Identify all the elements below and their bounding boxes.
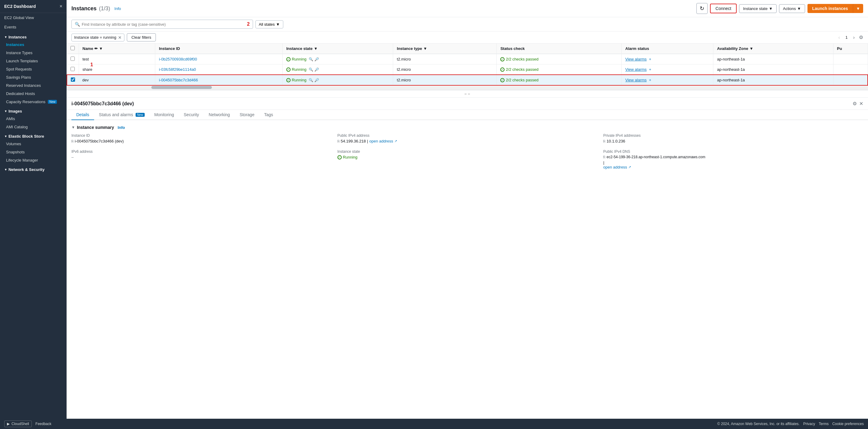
row-share-id-link[interactable]: i-03fc58f29be1114a0 [159,67,196,72]
launch-instances-button[interactable]: Launch instances [807,4,853,13]
row-share-alarm-add-icon[interactable]: + [649,67,651,72]
feedback-button[interactable]: Feedback [35,422,52,426]
info-link[interactable]: Info [115,6,121,11]
row-test-id-link[interactable]: i-0b25700938cd69f00 [159,57,197,61]
all-states-button[interactable]: All states ▼ [255,20,283,28]
row-dev-state-label: Running [292,78,306,82]
sidebar-section-network[interactable]: ▼ Network & Security [0,164,67,173]
tab-networking[interactable]: Networking [204,110,235,120]
sidebar-item-amis[interactable]: AMIs [0,115,67,123]
row-dev-id-link[interactable]: i-0045075bbc7c3d466 [159,78,198,82]
connect-button[interactable]: Connect [710,4,737,13]
row-share-alarm-link[interactable]: View alarms [625,67,647,72]
instance-summary-info-link[interactable]: Info [118,125,125,130]
zoom-out-icon-share[interactable]: 🔎 [314,67,319,72]
sidebar-item-savings-plans[interactable]: Savings Plans [0,73,67,81]
az-sort-icon[interactable]: ▼ [749,46,753,51]
horizontal-scrollbar[interactable] [67,86,868,90]
actions-button[interactable]: Actions ▼ [779,4,805,13]
instance-state-button[interactable]: Instance state ▼ [739,4,777,13]
tab-tags-label: Tags [264,112,273,117]
row-test-alarm-link[interactable]: View alarms [625,57,647,61]
table-settings-icon[interactable]: ⚙ [859,34,863,40]
tab-security[interactable]: Security [179,110,204,120]
sidebar-section-images[interactable]: ▼ Images [0,106,67,115]
drag-handle[interactable]: = = [67,91,868,98]
sidebar-item-launch-templates[interactable]: Launch Templates [0,57,67,65]
row-dev-alarm-add-icon[interactable]: + [649,78,651,82]
tab-monitoring[interactable]: Monitoring [150,110,179,120]
copy-public-ipv4-icon[interactable]: ⎘ [337,139,340,143]
copy-private-ipv4-icon[interactable]: ⎘ [603,139,605,143]
sidebar-close-button[interactable]: × [60,4,62,9]
sidebar-item-capacity-reservations[interactable]: Capacity Reservations New [0,98,67,106]
zoom-in-icon-share[interactable]: 🔍 [309,67,313,72]
instance-state-arrow-icon: ▼ [769,6,773,11]
zoom-in-icon[interactable]: 🔍 [309,57,313,61]
open-address-link[interactable]: open address ↗ [369,139,397,143]
cookie-preferences-link[interactable]: Cookie preferences [832,422,864,426]
refresh-button[interactable]: ↻ [696,3,708,14]
drag-handle-icon: = = [465,92,470,96]
row-dev-checkbox[interactable] [71,77,75,82]
zoom-out-icon[interactable]: 🔎 [314,57,319,61]
filter-tag-running: Instance state = running ✕ [71,34,124,41]
page-prev-button[interactable]: ‹ [837,34,842,41]
page-next-button[interactable]: › [851,34,857,41]
sidebar-item-snapshots[interactable]: Snapshots [0,148,67,156]
copy-dns-icon[interactable]: ⎘ [603,155,605,159]
detail-settings-button[interactable]: ⚙ [852,101,857,106]
row-test-alarm-add-icon[interactable]: + [649,57,651,61]
sidebar-item-instances[interactable]: Instances [0,40,67,49]
name-sort-icon[interactable]: ▼ [99,46,103,51]
scroll-thumb[interactable] [151,86,212,89]
row-test-status: 2/2 checks passed [497,54,622,64]
sidebar-item-volumes[interactable]: Volumes [0,140,67,148]
zoom-in-icon-dev[interactable]: 🔍 [309,78,313,82]
filter-tag-remove-button[interactable]: ✕ [118,35,122,40]
sidebar-item-dedicated-hosts[interactable]: Dedicated Hosts [0,90,67,98]
sidebar-item-instance-types[interactable]: Instance Types [0,49,67,57]
tab-details[interactable]: Details [71,110,94,120]
row-test-checkbox-cell [67,54,79,64]
open-dns-label: open address [603,165,627,169]
select-all-checkbox[interactable] [70,46,75,50]
open-dns-link[interactable]: open address ↗ [603,165,631,169]
search-input[interactable] [82,22,247,27]
zoom-out-icon-dev[interactable]: 🔎 [314,78,319,82]
sidebar-item-spot-requests[interactable]: Spot Requests [0,65,67,73]
row-test-checkbox[interactable] [70,57,75,61]
table-row[interactable]: share 1 i-03fc58f29be1114a0 Running [67,64,868,75]
row-dev-state: Running 🔍 🔎 [282,75,393,85]
sidebar-item-ami-catalog[interactable]: AMI Catalog [0,123,67,131]
copy-instance-id-icon[interactable]: ⎘ [71,139,73,143]
th-instance-state: Instance state ▼ [282,43,393,54]
privacy-link[interactable]: Privacy [803,422,815,426]
row-test-state-label: Running [292,57,306,61]
name-edit-icon[interactable]: ✏ [94,46,98,51]
terms-link[interactable]: Terms [819,422,829,426]
section-toggle-icon[interactable]: ▼ [71,125,75,130]
sidebar-section-ebs[interactable]: ▼ Elastic Block Store [0,131,67,140]
tab-storage[interactable]: Storage [235,110,259,120]
sidebar-item-events[interactable]: Events [0,22,67,32]
row-dev-name: dev [79,75,155,85]
type-sort-icon[interactable]: ▼ [423,46,427,51]
clear-filters-button[interactable]: Clear filters [127,33,156,41]
sidebar-item-lifecycle-manager[interactable]: Lifecycle Manager [0,156,67,164]
table-row[interactable]: dev i-0045075bbc7c3d466 Running 🔍 [67,75,868,85]
tab-status-alarms[interactable]: Status and alarms New [94,110,150,120]
row-share-checkbox[interactable] [70,67,75,71]
detail-close-button[interactable]: ✕ [859,101,863,106]
status-alarms-badge: New [135,113,145,117]
tab-tags[interactable]: Tags [259,110,278,120]
cloudshell-button[interactable]: ▶ CloudShell [4,421,32,427]
sidebar-item-ec2-global-view[interactable]: EC2 Global View [0,13,67,22]
sidebar-section-instances[interactable]: ▼ Instances [0,32,67,40]
sidebar-item-reserved-instances[interactable]: Reserved Instances [0,81,67,90]
launch-instances-dropdown-button[interactable]: ▼ [853,4,863,13]
row-dev-alarm-link[interactable]: View alarms [625,78,647,82]
table-row[interactable]: test i-0b25700938cd69f00 Running 🔍 [67,54,868,64]
row-dev-type: t2.micro [393,75,497,85]
state-sort-icon[interactable]: ▼ [314,46,318,51]
